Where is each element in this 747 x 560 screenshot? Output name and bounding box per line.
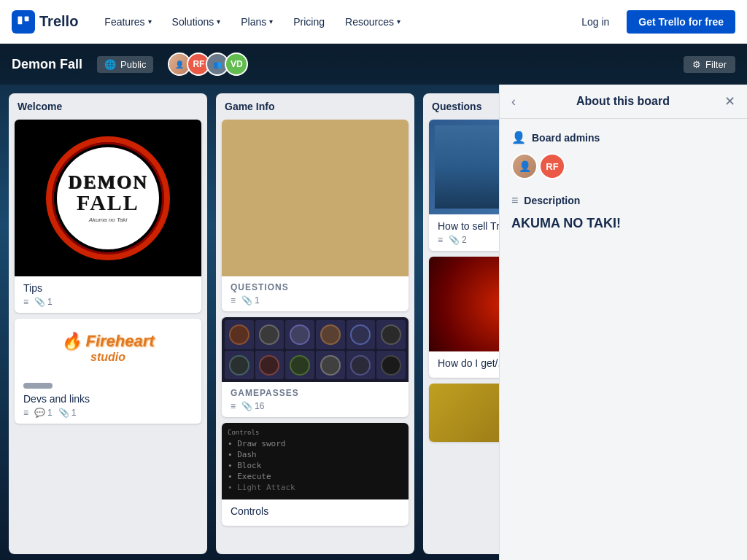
trello-icon	[16, 15, 31, 29]
globe-icon: 🌐	[104, 59, 116, 70]
right-panel: ‹ About this board ✕ 👤 Board admins 👤 RF	[499, 85, 747, 560]
board-area: Welcome DEMON FALL Akuma	[0, 85, 747, 560]
devs-links-body: Devs and links ≡ 💬 1 📎 1	[15, 377, 201, 424]
panel-body: 👤 Board admins 👤 RF ≡ Description AKUMA …	[500, 119, 747, 560]
control-block: • Block	[228, 461, 403, 470]
questions-body: QUESTIONS ≡ 📎 1	[222, 276, 409, 311]
nav-resources[interactable]: Resources ▾	[336, 12, 409, 32]
board-header: Demon Fall 🌐 Public 👤 RF 👥 VD ⚙ Filter	[0, 44, 747, 85]
plans-chevron: ▾	[269, 18, 273, 26]
nav-features[interactable]: Features ▾	[96, 12, 160, 32]
gp-item-12	[376, 351, 406, 380]
gp-item-3	[285, 320, 314, 349]
board-visibility-button[interactable]: 🌐 Public	[97, 56, 153, 73]
how-to-sell-attachments: 📎 2	[449, 235, 467, 245]
board-title: Demon Fall	[12, 57, 82, 72]
devs-card-label	[23, 383, 53, 389]
devs-comments: 💬 1	[34, 408, 53, 418]
panel-admins-header: 👤 Board admins	[511, 131, 735, 144]
visibility-label: Public	[120, 59, 146, 70]
gp-item-2	[255, 320, 285, 349]
panel-close-button[interactable]: ✕	[724, 93, 735, 109]
gp-item-8	[255, 351, 285, 380]
gp-item-10	[316, 351, 345, 380]
card-controls[interactable]: Controls • Draw sword • Dash • Block • E…	[222, 423, 409, 526]
panel-section-admins: 👤 Board admins 👤 RF	[511, 131, 735, 179]
plans-label: Plans	[241, 16, 266, 28]
filter-button[interactable]: ⚙ Filter	[684, 56, 735, 73]
trello-logo[interactable]: Trello	[12, 10, 78, 34]
attachment-icon-3: 📎	[241, 295, 252, 306]
questions-title: QUESTIONS	[231, 282, 400, 292]
resources-label: Resources	[345, 16, 394, 28]
nav-pricing[interactable]: Pricing	[285, 12, 333, 32]
attachment-icon-4: 📎	[241, 401, 252, 411]
comment-icon: 💬	[34, 408, 45, 418]
gamepasses-meta: ≡ 📎 16	[231, 401, 400, 411]
column-game-info: Game Info QUESTIONS ≡ 📎 1	[216, 93, 414, 554]
tips-list-icon: ≡	[23, 297, 28, 307]
questions-attachments: 📎 1	[241, 295, 260, 306]
nav-solutions[interactable]: Solutions ▾	[163, 12, 230, 32]
admin-avatar-1[interactable]: 👤	[511, 153, 538, 179]
card-demon-fall-logo[interactable]: DEMON FALL Akuma no Taki Tips ≡ 📎 1	[15, 120, 201, 313]
trello-logo-icon	[12, 10, 35, 34]
navbar: Trello Features ▾ Solutions ▾ Plans ▾ Pr…	[0, 0, 747, 44]
tips-title: Tips	[23, 282, 193, 294]
column-welcome-header: Welcome	[9, 93, 207, 120]
devs-links-meta: ≡ 💬 1 📎 1	[23, 408, 193, 418]
demon-fall-image: DEMON FALL Akuma no Taki	[15, 120, 201, 276]
gp-item-1	[225, 320, 254, 349]
gamepasses-title: GAMEPASSES	[231, 388, 400, 398]
card-gamepasses[interactable]: GAMEPASSES ≡ 📎 16	[222, 317, 409, 417]
column-welcome-body: DEMON FALL Akuma no Taki Tips ≡ 📎 1	[9, 120, 207, 554]
control-execute: • Execute	[228, 472, 403, 481]
column-game-info-header: Game Info	[216, 93, 414, 120]
column-game-info-title: Game Info	[225, 101, 274, 112]
control-light-attack: • Light Attack	[228, 483, 403, 492]
fireheart-studio-logo: 🔥 Fireheart studio	[15, 319, 201, 377]
login-button[interactable]: Log in	[573, 12, 618, 32]
card-devs-links[interactable]: 🔥 Fireheart studio Devs and links ≡ 💬 1	[15, 319, 201, 424]
resources-chevron: ▾	[397, 18, 400, 26]
nav-plans[interactable]: Plans ▾	[232, 12, 282, 32]
panel-title: About this board	[522, 95, 724, 108]
panel-header: ‹ About this board ✕	[500, 85, 747, 119]
description-text: AKUMA NO TAKI!	[511, 216, 735, 231]
gp-item-11	[347, 351, 376, 380]
tips-meta: ≡ 📎 1	[23, 297, 193, 307]
questions-list-icon: ≡	[231, 295, 236, 306]
features-chevron: ▾	[148, 18, 152, 26]
person-icon: 👤	[511, 131, 526, 144]
description-icon: ≡	[511, 194, 518, 207]
admins-row: 👤 RF	[511, 153, 735, 179]
gp-item-7	[225, 351, 254, 380]
gp-item-6	[376, 320, 406, 349]
devs-attachments: 📎 1	[58, 408, 77, 418]
description-label: Description	[524, 195, 580, 206]
avatar-vd[interactable]: VD	[225, 52, 248, 76]
column-questions-title: Questions	[432, 101, 481, 112]
panel-description-header: ≡ Description	[511, 194, 735, 207]
solutions-chevron: ▾	[217, 18, 220, 26]
how-to-sell-list-icon: ≡	[438, 235, 443, 245]
admin-avatar-rf[interactable]: RF	[539, 153, 565, 179]
gamepasses-list-icon: ≡	[231, 401, 236, 411]
devs-links-title: Devs and links	[23, 393, 193, 405]
panel-section-description: ≡ Description AKUMA NO TAKI!	[511, 194, 735, 231]
controls-image: Controls • Draw sword • Dash • Block • E…	[222, 423, 409, 499]
controls-title: Controls	[231, 505, 400, 517]
panel-back-button[interactable]: ‹	[511, 94, 516, 109]
nav-items: Features ▾ Solutions ▾ Plans ▾ Pricing R…	[96, 12, 409, 32]
gamepasses-body: GAMEPASSES ≡ 📎 16	[222, 382, 409, 417]
pricing-label: Pricing	[293, 16, 325, 28]
card-tips-body: Tips ≡ 📎 1	[15, 276, 201, 313]
column-welcome: Welcome DEMON FALL Akuma	[9, 93, 207, 554]
devs-list-icon: ≡	[23, 408, 28, 418]
get-trello-button[interactable]: Get Trello for free	[627, 10, 735, 34]
column-welcome-title: Welcome	[18, 101, 62, 112]
admin-avatar-1-placeholder: 👤	[519, 160, 531, 172]
svg-rect-0	[18, 16, 23, 24]
card-questions[interactable]: QUESTIONS ≡ 📎 1	[222, 120, 409, 311]
tips-attachments: 📎 1	[34, 297, 53, 307]
